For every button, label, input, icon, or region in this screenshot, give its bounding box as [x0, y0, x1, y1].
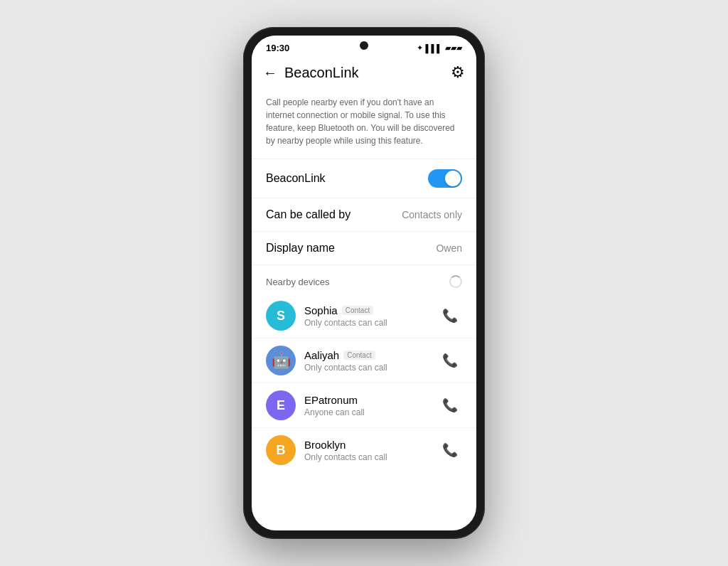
avatar: 🤖: [266, 346, 296, 375]
contact-badge: Contact: [343, 351, 375, 360]
device-info: Brooklyn Only contacts can call: [304, 439, 438, 462]
device-status: Anyone can call: [304, 407, 438, 417]
loading-spinner: [449, 275, 462, 288]
app-title: BeaconLink: [284, 65, 359, 81]
settings-icon[interactable]: ⚙: [451, 63, 465, 82]
toggle-knob: [445, 171, 461, 186]
beaconlink-setting-row: BeaconLink: [252, 159, 476, 198]
app-bar-left: ← BeaconLink: [263, 65, 359, 81]
device-item: 🤖 Aaliyah Contact Only contacts can call…: [252, 338, 476, 383]
bluetooth-icon: ✦: [417, 43, 423, 53]
call-button[interactable]: 📞: [438, 304, 462, 328]
device-info: Aaliyah Contact Only contacts can call: [304, 349, 438, 373]
contact-badge: Contact: [342, 306, 373, 315]
call-button[interactable]: 📞: [438, 348, 462, 373]
avatar: S: [266, 301, 296, 331]
device-status: Only contacts can call: [304, 318, 438, 328]
device-item: S Sophia Contact Only contacts can call …: [252, 294, 476, 338]
device-name: Sophia: [304, 304, 338, 316]
nearby-header: Nearby devices: [252, 265, 476, 294]
can-be-called-value: Contacts only: [402, 209, 462, 220]
device-info: EPatronum Anyone can call: [304, 394, 438, 417]
device-name-row: Brooklyn: [304, 439, 438, 451]
beaconlink-label: BeaconLink: [266, 172, 326, 185]
call-button[interactable]: 📞: [438, 438, 462, 462]
device-name: EPatronum: [304, 394, 358, 406]
display-name-label: Display name: [266, 242, 335, 255]
display-name-value: Owen: [436, 242, 462, 254]
device-name: Aaliyah: [304, 349, 339, 361]
avatar: B: [266, 435, 296, 465]
device-name-row: Sophia Contact: [304, 304, 438, 316]
device-status: Only contacts can call: [304, 452, 438, 462]
device-list: S Sophia Contact Only contacts can call …: [252, 294, 476, 472]
device-name-row: Aaliyah Contact: [304, 349, 438, 361]
device-item: B Brooklyn Only contacts can call 📞: [252, 428, 476, 472]
device-name: Brooklyn: [304, 439, 346, 451]
status-icons: ✦ ▌▌▌ ▰▰▰: [417, 43, 462, 53]
device-info: Sophia Contact Only contacts can call: [304, 304, 438, 328]
device-name-row: EPatronum: [304, 394, 438, 406]
display-name-row[interactable]: Display name Owen: [252, 232, 476, 265]
app-bar: ← BeaconLink ⚙: [252, 58, 476, 87]
signal-icon: ▌▌▌: [426, 44, 442, 53]
nearby-label: Nearby devices: [266, 277, 330, 287]
battery-icon: ▰▰▰: [445, 43, 462, 53]
scroll-content: Call people nearby even if you don't hav…: [252, 87, 476, 530]
phone-frame: 19:30 ✦ ▌▌▌ ▰▰▰ ← BeaconLink ⚙ Call peop…: [243, 27, 485, 539]
device-status: Only contacts can call: [304, 363, 438, 373]
phone-screen: 19:30 ✦ ▌▌▌ ▰▰▰ ← BeaconLink ⚙ Call peop…: [252, 36, 476, 530]
call-button[interactable]: 📞: [438, 393, 462, 417]
avatar: E: [266, 390, 296, 420]
device-item: E EPatronum Anyone can call 📞: [252, 383, 476, 428]
camera-notch: [360, 41, 368, 50]
can-be-called-label: Can be called by: [266, 208, 350, 221]
can-be-called-row[interactable]: Can be called by Contacts only: [252, 198, 476, 231]
description-text: Call people nearby even if you don't hav…: [266, 96, 462, 147]
back-button[interactable]: ←: [263, 65, 277, 81]
status-time: 19:30: [266, 43, 289, 53]
beaconlink-toggle[interactable]: [428, 169, 462, 188]
description-section: Call people nearby even if you don't hav…: [252, 87, 476, 159]
